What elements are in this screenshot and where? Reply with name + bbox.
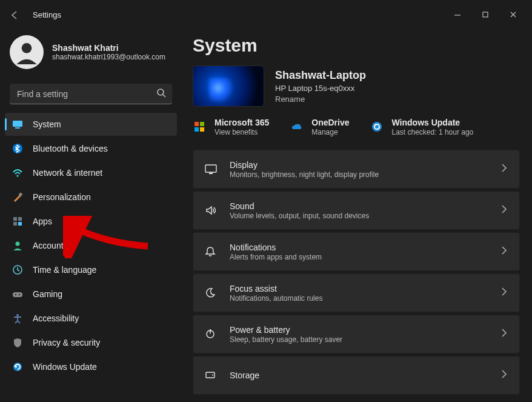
window-title: Settings — [33, 10, 61, 19]
shield-icon — [12, 337, 23, 348]
setting-card-sound[interactable]: SoundVolume levels, output, input, sound… — [193, 191, 520, 230]
device-model: HP Laptop 15s-eq0xxx — [275, 84, 366, 93]
search-icon — [156, 88, 166, 100]
ms365-icon — [193, 120, 207, 135]
sidebar-item-label: Accounts — [33, 241, 68, 250]
card-title: Notifications — [230, 243, 487, 252]
card-subtitle: Notifications, automatic rules — [230, 294, 487, 303]
maximize-icon — [480, 9, 491, 20]
onedrive-icon — [290, 120, 304, 135]
sidebar-item-network-internet[interactable]: Network & internet — [5, 161, 177, 184]
power-icon — [204, 328, 218, 340]
sidebar-item-label: Accessibility — [33, 313, 79, 323]
storage-icon — [204, 369, 218, 381]
sidebar-item-time-language[interactable]: Time & language — [5, 258, 177, 281]
service-onedrive[interactable]: OneDriveManage — [290, 118, 349, 136]
page-title: System — [193, 35, 520, 56]
sidebar-item-label: System — [33, 119, 61, 129]
display-icon — [204, 163, 218, 175]
close-button[interactable] — [499, 5, 527, 24]
account-name: Shashwat Khatri — [52, 43, 165, 53]
setting-card-notifications[interactable]: NotificationsAlerts from apps and system — [193, 232, 520, 271]
device-header: Shashwat-Laptop HP Laptop 15s-eq0xxx Ren… — [193, 65, 520, 107]
setting-card-storage[interactable]: Storage — [193, 356, 520, 395]
service-subtitle[interactable]: Last checked: 1 hour ago — [392, 128, 474, 136]
sidebar-item-privacy-security[interactable]: Privacy & security — [5, 331, 177, 354]
sidebar-item-apps[interactable]: Apps — [5, 210, 177, 233]
sidebar-item-label: Privacy & security — [33, 338, 100, 347]
setting-card-display[interactable]: DisplayMonitors, brightness, night light… — [193, 150, 520, 189]
window-controls — [444, 5, 527, 24]
account-email: shashwat.khatri1993@outlook.com — [52, 53, 165, 61]
sidebar: Shashwat Khatri shashwat.khatri1993@outl… — [0, 29, 182, 402]
back-button[interactable] — [5, 5, 24, 24]
card-title: Focus assist — [230, 284, 487, 293]
search-input[interactable] — [17, 89, 151, 99]
chevron-right-icon — [499, 162, 508, 176]
card-title: Display — [230, 160, 487, 170]
service-subtitle[interactable]: View benefits — [214, 128, 269, 136]
sidebar-item-system[interactable]: System — [5, 113, 177, 136]
system-icon — [12, 119, 23, 130]
sidebar-item-label: Gaming — [33, 289, 62, 299]
setting-card-power-battery[interactable]: Power & batterySleep, battery usage, bat… — [193, 315, 520, 353]
card-title: Power & battery — [230, 325, 487, 335]
apps-icon — [12, 216, 23, 227]
nav-list: SystemBluetooth & devicesNetwork & inter… — [5, 113, 177, 378]
chevron-right-icon — [499, 203, 508, 218]
sidebar-item-label: Time & language — [33, 265, 96, 275]
sidebar-item-label: Personalization — [33, 192, 91, 202]
minimize-icon — [452, 9, 463, 20]
service-title: Microsoft 365 — [214, 118, 269, 127]
account-header[interactable]: Shashwat Khatri shashwat.khatri1993@outl… — [5, 32, 177, 74]
card-subtitle: Alerts from apps and system — [230, 253, 487, 261]
sidebar-item-gaming[interactable]: Gaming — [5, 283, 177, 306]
card-subtitle: Volume levels, output, input, sound devi… — [230, 212, 487, 220]
chevron-right-icon — [499, 368, 508, 383]
settings-list: DisplayMonitors, brightness, night light… — [193, 150, 520, 395]
sidebar-item-accessibility[interactable]: Accessibility — [5, 307, 177, 330]
device-wallpaper-thumb[interactable] — [193, 65, 264, 107]
moon-icon — [204, 287, 218, 299]
service-microsoft-[interactable]: Microsoft 365View benefits — [193, 118, 269, 136]
clock-icon — [12, 264, 23, 275]
sidebar-item-personalization[interactable]: Personalization — [5, 186, 177, 209]
wupdate-icon — [370, 120, 385, 135]
bluetooth-icon — [12, 143, 23, 154]
update-icon — [12, 361, 23, 372]
service-subtitle[interactable]: Manage — [311, 128, 349, 136]
sidebar-item-label: Apps — [33, 216, 52, 226]
chevron-right-icon — [499, 286, 508, 300]
chevron-right-icon — [499, 244, 508, 259]
sidebar-item-label: Network & internet — [33, 168, 102, 178]
person-icon — [12, 240, 23, 251]
main-content: System Shashwat-Laptop HP Laptop 15s-eq0… — [182, 29, 532, 402]
service-title: Windows Update — [392, 118, 474, 127]
sidebar-item-label: Windows Update — [33, 362, 97, 372]
card-title: Sound — [230, 201, 487, 211]
service-windows-update[interactable]: Windows UpdateLast checked: 1 hour ago — [370, 118, 474, 136]
sidebar-item-bluetooth-devices[interactable]: Bluetooth & devices — [5, 137, 177, 160]
gaming-icon — [12, 289, 23, 300]
sidebar-item-windows-update[interactable]: Windows Update — [5, 355, 177, 378]
sound-icon — [204, 204, 218, 216]
wifi-icon — [12, 167, 23, 178]
avatar — [10, 35, 44, 69]
brush-icon — [12, 192, 23, 203]
title-bar: Settings — [0, 0, 532, 29]
bell-icon — [204, 246, 218, 258]
close-icon — [508, 9, 519, 20]
svg-point-31 — [22, 43, 32, 53]
card-subtitle: Monitors, brightness, night light, displ… — [230, 170, 487, 179]
device-rename-link[interactable]: Rename — [275, 95, 366, 104]
card-title: Storage — [230, 370, 487, 380]
accessibility-icon — [12, 313, 23, 324]
maximize-button[interactable] — [471, 5, 499, 24]
sidebar-item-label: Bluetooth & devices — [33, 144, 108, 153]
search-box[interactable] — [10, 84, 172, 104]
minimize-button[interactable] — [444, 5, 471, 24]
sidebar-item-accounts[interactable]: Accounts — [5, 234, 177, 257]
service-title: OneDrive — [311, 118, 349, 127]
setting-card-focus-assist[interactable]: Focus assistNotifications, automatic rul… — [193, 273, 520, 312]
card-subtitle: Sleep, battery usage, battery saver — [230, 335, 487, 344]
